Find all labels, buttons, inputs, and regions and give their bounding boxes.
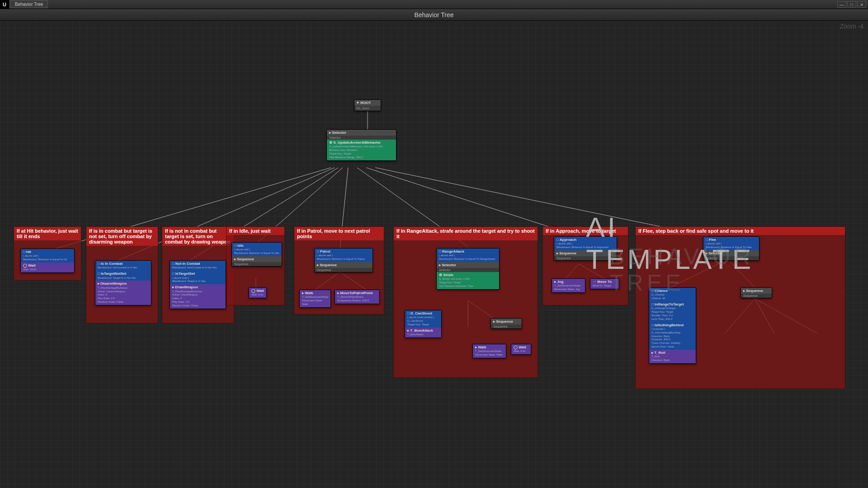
root-node[interactable]: ✦ ROOT BB_Base — [354, 99, 381, 111]
selector-node[interactable]: ▸ Selector Selector ⚙ S_UpdateArcherAIBe… — [326, 129, 396, 161]
idle-wait-node[interactable]: ◯ WaitWait: 5.0s — [249, 287, 267, 298]
document-tab[interactable]: Behavior Tree — [10, 0, 48, 8]
disarm-node[interactable]: □ Is In CombatBlackboard: IsInCombat Is … — [95, 260, 151, 305]
window-controls: — □ ✕ — [837, 1, 868, 8]
range-seq-node[interactable]: ▸ SequenceSequence — [491, 318, 522, 329]
hit-node[interactable]: □ Hit( aborts self )Blackboard: Behavior… — [20, 249, 75, 273]
flee-left-branch[interactable]: □ ChanceD_Chance:Chance: 40 □ InRangeToT… — [649, 287, 696, 364]
approach-jog-node[interactable]: ▸ JogT_SetMovementState:Movement State: … — [552, 278, 585, 293]
patrol-node[interactable]: □ Patrol( aborts self )Blackboard: Behav… — [314, 248, 373, 272]
minimize-button[interactable]: — — [837, 1, 846, 8]
range-canshoot-node[interactable]: □ D_CanShoot( aborts lower priority )D_C… — [405, 310, 442, 338]
patrol-move-node[interactable]: ▸ MoveToPatrolPointT_MoveToPatrolPoint:A… — [335, 290, 380, 304]
maximize-button[interactable]: □ — [847, 1, 856, 8]
graph-canvas[interactable]: Zoom -4 ✦ ROOT BB_Base ▸ Selector Select… — [0, 21, 868, 488]
arm-node[interactable]: □ Not In CombatBlackboard: IsInCombat Is… — [170, 260, 226, 309]
titlebar: U Behavior Tree — □ ✕ — [0, 0, 868, 9]
idle-node[interactable]: □ Idle( aborts self )Blackboard: Behavio… — [231, 242, 282, 267]
flee-seq-node[interactable]: ▸ SequenceSequence ▸ JogT_SetMovementSta… — [741, 287, 772, 298]
patrol-walk-node[interactable]: ▸ WalkT_SetMovementState:Movement State:… — [299, 290, 331, 308]
range-walk-node[interactable]: ▸ WalkT_SetMovementState:Movement State:… — [472, 344, 506, 358]
editor-header: Behavior Tree — [0, 9, 868, 21]
range-node[interactable]: □ RangeAttack( aborts self )Blackboard: … — [436, 248, 500, 290]
zoom-indicator: Zoom -4 — [840, 23, 863, 30]
range-wait-node[interactable]: ◯ WaitWait: 5.0s — [511, 344, 531, 355]
app-logo-icon: U — [0, 0, 9, 9]
watermark-subtitle: BEHAVIOR TREE — [609, 244, 754, 296]
close-button[interactable]: ✕ — [857, 1, 866, 8]
